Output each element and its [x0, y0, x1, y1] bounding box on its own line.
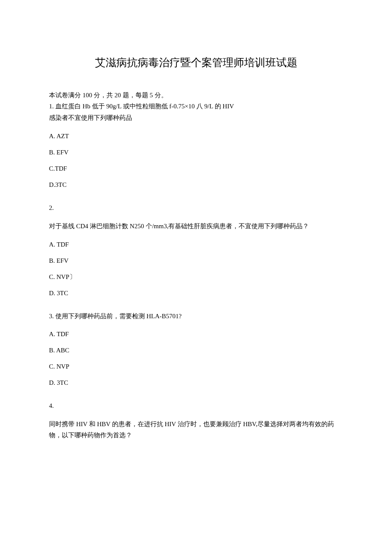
q3-option-d: D. 3TC — [49, 378, 343, 388]
q1-stem-line1: 1. 血红蛋白 Hb 低于 90g/L 或中性粒细胞低 f-0.75×10 八 … — [49, 101, 343, 112]
q1-stem-line2: 感染者不宜使用下列哪种药品 — [49, 113, 343, 123]
q1-option-b: B. EFV — [49, 147, 343, 157]
q4-number: 4. — [49, 401, 343, 411]
q1-option-c: C.TDF — [49, 163, 343, 174]
q2-number: 2. — [49, 203, 343, 213]
q1-option-d: D.3TC — [49, 180, 343, 190]
q2-option-b: B. EFV — [49, 256, 343, 266]
exam-title: 艾滋病抗病毒治疗暨个案管理师培训班试题 — [49, 55, 343, 70]
exam-instructions: 本试卷满分 100 分，共 20 题，每题 5 分。 — [49, 90, 343, 100]
q2-stem: 对于基线 CD4 淋巴细胞计数 N250 个/mm3,有基础性肝脏疾病患者，不宜… — [49, 221, 343, 232]
q3-option-b: B. ABC — [49, 345, 343, 355]
q2-option-d: D. 3TC — [49, 288, 343, 298]
q2-option-c: C. NVP〕 — [49, 272, 343, 282]
q3-option-a: A. TDF — [49, 329, 343, 339]
q4-stem: 同时携带 HIV 和 HBV 的患者，在进行抗 HIV 治疗时，也要兼顾治疗 H… — [49, 418, 343, 441]
q3-stem: 3. 使用下列哪种药品前，需要检测 HLA-B5701? — [49, 311, 343, 321]
q1-option-a: A. AZT — [49, 131, 343, 141]
q2-option-a: A. TDF — [49, 239, 343, 250]
q3-option-c: C. NVP — [49, 361, 343, 372]
